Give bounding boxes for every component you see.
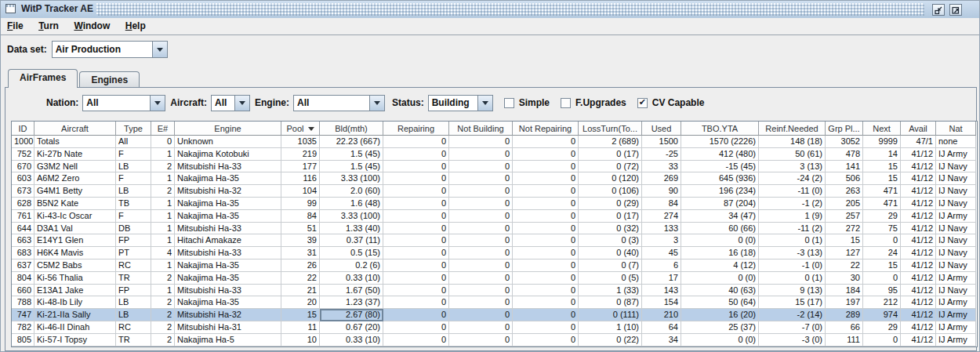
table-cell[interactable]: 141: [826, 161, 863, 173]
table-cell[interactable]: 0: [513, 321, 579, 334]
table-cell[interactable]: 0: [383, 136, 449, 148]
chevron-down-icon[interactable]: [234, 96, 249, 111]
table-row[interactable]: 683H6K4 MavisPT4Mitsubishi Ha-33310.5 (1…: [12, 247, 976, 259]
table-cell[interactable]: 0: [513, 309, 579, 321]
table-cell[interactable]: 3 (13): [759, 161, 826, 173]
table-cell[interactable]: 0: [383, 210, 449, 223]
table-cell[interactable]: 2: [151, 272, 175, 285]
table-cell[interactable]: 0: [863, 234, 901, 247]
table-cell[interactable]: 0: [513, 285, 579, 297]
table-cell[interactable]: -15 (45): [681, 161, 759, 173]
table-cell[interactable]: IJ Navy: [936, 247, 976, 259]
table-cell[interactable]: Ki-46-II Dinah: [34, 321, 116, 334]
table-cell[interactable]: 127: [826, 247, 863, 259]
table-cell[interactable]: 0 (40): [579, 247, 642, 259]
column-header[interactable]: Reinf.Needed: [759, 122, 826, 136]
table-cell[interactable]: IJ Navy: [936, 185, 976, 198]
table-cell[interactable]: 0 (1): [759, 234, 826, 247]
table-cell[interactable]: 0: [449, 272, 513, 285]
table-cell[interactable]: 752: [12, 148, 34, 161]
table-cell[interactable]: 0: [513, 185, 579, 198]
table-cell[interactable]: 0.37 (11): [320, 234, 383, 247]
table-cell[interactable]: LB: [116, 185, 151, 198]
table-cell[interactable]: 4: [151, 247, 175, 259]
table-cell[interactable]: 197: [826, 296, 863, 309]
table-cell[interactable]: 9 (13): [759, 285, 826, 297]
table-cell[interactable]: 22.23 (667): [320, 136, 383, 148]
table-cell[interactable]: 0: [151, 136, 175, 148]
table-cell[interactable]: 1000: [12, 136, 34, 148]
column-header[interactable]: Nat: [936, 122, 976, 136]
table-cell[interactable]: 0: [449, 172, 513, 185]
table-cell[interactable]: 47/1: [901, 136, 936, 148]
table-cell[interactable]: 0: [383, 172, 449, 185]
table-cell[interactable]: 1.5 (45): [320, 161, 383, 173]
table-cell[interactable]: 0: [513, 161, 579, 173]
table-cell[interactable]: 0: [383, 161, 449, 173]
table-cell[interactable]: 210: [642, 309, 681, 321]
table-cell[interactable]: 412 (480): [681, 148, 759, 161]
table-cell[interactable]: 15: [863, 172, 901, 185]
table-cell[interactable]: 974: [863, 309, 901, 321]
table-cell[interactable]: 0: [449, 334, 513, 347]
table-cell[interactable]: 0: [383, 247, 449, 259]
table-cell[interactable]: 39: [281, 234, 320, 247]
table-cell[interactable]: 1 (33): [579, 285, 642, 297]
table-cell[interactable]: 0: [449, 136, 513, 148]
table-cell[interactable]: G4M1 Betty: [34, 185, 116, 198]
table-cell[interactable]: FP: [116, 234, 151, 247]
column-header[interactable]: Repairing: [383, 122, 449, 136]
table-cell[interactable]: 0: [513, 223, 579, 235]
chevron-down-icon[interactable]: [477, 96, 492, 111]
table-cell[interactable]: 0: [383, 272, 449, 285]
column-header[interactable]: Next: [863, 122, 901, 136]
table-cell[interactable]: 272: [826, 223, 863, 235]
table-cell[interactable]: 3052: [826, 136, 863, 148]
table-cell[interactable]: TR: [116, 272, 151, 285]
table-cell[interactable]: LB: [116, 309, 151, 321]
simple-checkbox[interactable]: ✔: [504, 98, 514, 108]
table-cell[interactable]: 41/12: [901, 172, 936, 185]
table-cell[interactable]: 41/12: [901, 272, 936, 285]
table-cell[interactable]: 1: [151, 234, 175, 247]
table-cell[interactable]: LB: [116, 161, 151, 173]
table-row[interactable]: 673G4M1 BettyLB2Mitsubishi Ha-321042.0 (…: [12, 185, 976, 198]
table-cell[interactable]: 0: [863, 334, 901, 347]
table-cell[interactable]: 788: [12, 296, 34, 309]
column-header[interactable]: TBO.YTA: [681, 122, 759, 136]
table-row[interactable]: 660E13A1 JakeFP1Mitsubishi Ha-33211.67 (…: [12, 285, 976, 297]
table-cell[interactable]: -11 (0): [759, 185, 826, 198]
table-cell[interactable]: 0: [383, 259, 449, 272]
table-cell[interactable]: G3M2 Nell: [34, 161, 116, 173]
table-cell[interactable]: 14: [863, 148, 901, 161]
table-cell[interactable]: 663: [12, 234, 34, 247]
table-cell[interactable]: 0: [513, 148, 579, 161]
table-cell[interactable]: 41/12: [901, 259, 936, 272]
table-row[interactable]: 747Ki-21-IIa SallyLB2Mitsubishi Ha-32152…: [12, 309, 976, 321]
engine-combo[interactable]: All: [293, 95, 385, 111]
table-cell[interactable]: 0 (120): [579, 172, 642, 185]
table-row[interactable]: 788Ki-48-Ib LilyLB2Nakajima Ha-35201.23 …: [12, 296, 976, 309]
table-cell[interactable]: 30: [826, 272, 863, 285]
table-cell[interactable]: 1.5 (45): [320, 148, 383, 161]
table-cell[interactable]: FP: [116, 285, 151, 297]
table-cell[interactable]: 0: [383, 285, 449, 297]
table-cell[interactable]: 1.33 (40): [320, 223, 383, 235]
table-cell[interactable]: Nakajima Ha-35: [175, 210, 281, 223]
chevron-down-icon[interactable]: [150, 96, 165, 111]
table-cell[interactable]: 1.23 (37): [320, 296, 383, 309]
table-cell[interactable]: Mitsubishi Ha-31: [175, 321, 281, 334]
table-cell[interactable]: IJ Army: [936, 296, 976, 309]
table-cell[interactable]: IJ Navy: [936, 285, 976, 297]
table-cell[interactable]: 0: [513, 172, 579, 185]
table-cell[interactable]: 0 (111): [579, 309, 642, 321]
table-cell[interactable]: 2.67 (80): [320, 309, 383, 321]
table-cell[interactable]: Nakajima Ha-5: [175, 334, 281, 347]
table-cell[interactable]: 0: [383, 185, 449, 198]
table-cell[interactable]: 99: [281, 198, 320, 210]
table-cell[interactable]: 0.5 (15): [320, 247, 383, 259]
status-combo[interactable]: Building: [428, 95, 493, 111]
table-cell[interactable]: 263: [826, 185, 863, 198]
table-cell[interactable]: H6K4 Mavis: [34, 247, 116, 259]
table-cell[interactable]: 0: [863, 272, 901, 285]
